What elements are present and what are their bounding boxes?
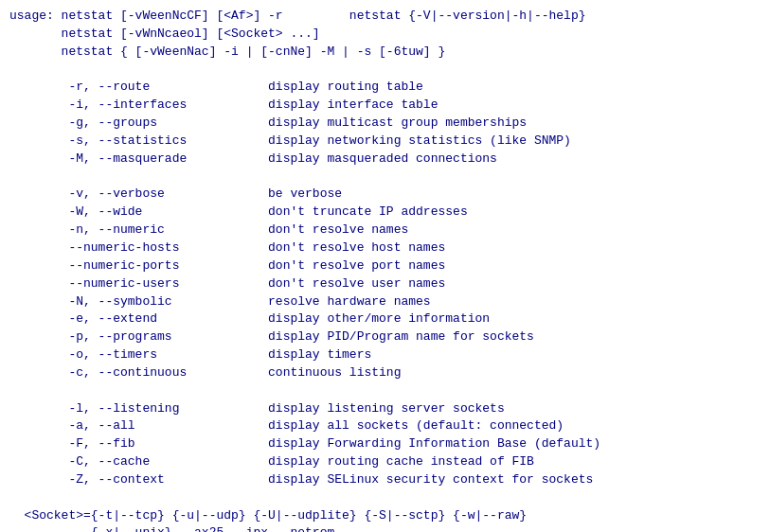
terminal-output: usage: netstat [-vWeenNcCF] [<Af>] -r ne…: [9, 8, 761, 532]
